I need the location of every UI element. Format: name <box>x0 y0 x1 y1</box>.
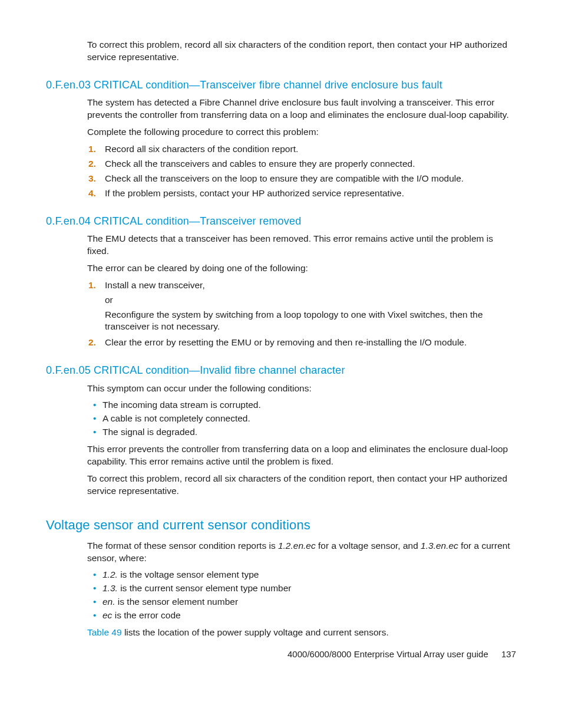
text-run: The format of these sensor condition rep… <box>87 541 278 551</box>
list-number: 1. <box>88 143 96 156</box>
body-text: The error can be cleared by doing one of… <box>87 262 516 275</box>
body-text: The EMU detects that a transceiver has b… <box>87 233 516 258</box>
list-text: Check all the transceivers and cables to… <box>105 159 415 169</box>
table-reference-link[interactable]: Table 49 <box>87 627 122 637</box>
list-item: 1.Record all six characters of the condi… <box>104 143 516 156</box>
body-text: This error prevents the controller from … <box>87 443 516 468</box>
list-or: or <box>105 294 516 307</box>
ordered-list: 1.Record all six characters of the condi… <box>87 143 516 200</box>
text-run: lists the location of the power supply v… <box>122 627 389 637</box>
text-run: is the error code <box>112 610 180 620</box>
list-number: 4. <box>88 187 96 200</box>
list-text: Clear the error by resetting the EMU or … <box>105 337 467 347</box>
text-run: is the voltage sensor element type <box>118 569 259 579</box>
section-heading-05: 0.F.en.05 CRITICAL condition—Invalid fib… <box>46 363 516 377</box>
list-item: 1.3. is the current sensor element type … <box>103 582 516 595</box>
bullet-list: The incoming data stream is corrupted. A… <box>87 399 516 439</box>
list-item: 2.Check all the transceivers and cables … <box>104 158 516 170</box>
text-run: is the current sensor element type numbe… <box>118 583 292 593</box>
ordered-list: 1. Install a new transceiver, or Reconfi… <box>87 279 516 350</box>
list-item: The incoming data stream is corrupted. <box>103 399 516 411</box>
list-number: 2. <box>88 337 96 349</box>
body-text: Complete the following procedure to corr… <box>87 126 516 139</box>
footer-title: 4000/6000/8000 Enterprise Virtual Array … <box>287 649 488 659</box>
italic-text: en. <box>103 597 115 607</box>
list-item: A cable is not completely connected. <box>103 413 516 425</box>
list-item: 1.2. is the voltage sensor element type <box>103 569 516 581</box>
list-number: 2. <box>88 158 96 170</box>
text-run: for a voltage sensor, and <box>316 541 421 551</box>
italic-text: 1.3.en.ec <box>421 541 458 551</box>
body-text: This symptom can occur under the followi… <box>87 383 516 395</box>
list-number: 1. <box>88 279 96 292</box>
list-item: 1. Install a new transceiver, or Reconfi… <box>104 279 516 334</box>
list-subtext: Reconfigure the system by switching from… <box>105 309 516 334</box>
list-text: Install a new transceiver, <box>105 280 205 290</box>
page-footer: 4000/6000/8000 Enterprise Virtual Array … <box>287 648 516 660</box>
bullet-list: 1.2. is the voltage sensor element type … <box>87 569 516 622</box>
body-text: To correct this problem, record all six … <box>87 473 516 498</box>
section-heading-03: 0.F.en.03 CRITICAL condition—Transceiver… <box>46 78 516 92</box>
list-item: 2.Clear the error by resetting the EMU o… <box>104 337 516 349</box>
page-number: 137 <box>501 649 516 659</box>
body-text: The format of these sensor condition rep… <box>87 540 516 565</box>
section-heading-04: 0.F.en.04 CRITICAL condition—Transceiver… <box>46 214 516 228</box>
italic-text: 1.2.en.ec <box>278 541 316 551</box>
document-page: To correct this problem, record all six … <box>0 0 562 696</box>
body-text: The system has detected a Fibre Channel … <box>87 97 516 121</box>
list-text: If the problem persists, contact your HP… <box>105 188 404 198</box>
italic-text: 1.2. <box>103 569 118 579</box>
list-item: The signal is degraded. <box>103 426 516 439</box>
list-item: en. is the sensor element number <box>103 596 516 608</box>
list-item: ec is the error code <box>103 610 516 622</box>
list-item: 3.Check all the transceivers on the loop… <box>104 173 516 185</box>
text-run: is the sensor element number <box>115 597 239 607</box>
list-number: 3. <box>88 173 96 185</box>
section-heading-voltage: Voltage sensor and current sensor condit… <box>46 516 516 534</box>
intro-paragraph: To correct this problem, record all six … <box>87 39 516 64</box>
italic-text: 1.3. <box>103 583 118 593</box>
italic-text: ec <box>103 610 112 620</box>
body-text: Table 49 lists the location of the power… <box>87 627 516 639</box>
list-text: Check all the transceivers on the loop t… <box>105 173 464 183</box>
list-item: 4.If the problem persists, contact your … <box>104 187 516 200</box>
list-text: Record all six characters of the conditi… <box>105 144 298 154</box>
